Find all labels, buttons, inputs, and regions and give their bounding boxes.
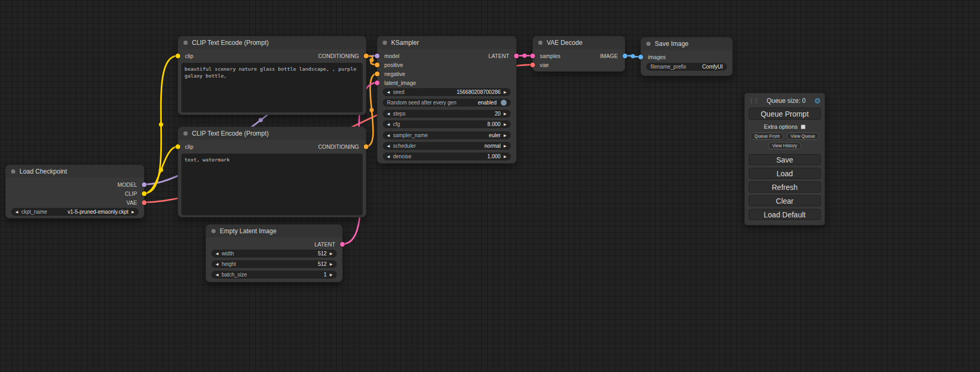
next-arrow-icon[interactable]: ▶	[330, 262, 333, 266]
image-output-port[interactable]	[623, 53, 627, 58]
widget-value: 156680208700286	[457, 89, 500, 95]
sampler-name-widget[interactable]: ◀ sampler_name euler ▶	[383, 131, 511, 139]
conditioning-output-port[interactable]	[364, 144, 368, 149]
view-history-button[interactable]: View History	[768, 142, 801, 149]
prev-arrow-icon[interactable]: ◀	[387, 144, 390, 148]
next-arrow-icon[interactable]: ▶	[504, 112, 507, 116]
next-arrow-icon[interactable]: ▶	[504, 90, 507, 94]
prev-arrow-icon[interactable]: ◀	[15, 210, 18, 214]
positive-prompt-textarea[interactable]: beautiful scenery nature glass bottle la…	[181, 63, 363, 112]
view-queue-button[interactable]: View Queue	[787, 132, 819, 140]
model-output-port[interactable]	[142, 182, 147, 187]
io-row: clip CONDITIONING	[178, 142, 366, 151]
input-label-images: images	[648, 54, 666, 60]
menu-drag-handle-icon[interactable]: ⋮⋮	[749, 98, 758, 104]
random-seed-toggle-widget[interactable]: Random seed after every gen enabled	[383, 99, 511, 107]
model-input-port[interactable]	[375, 53, 380, 58]
cfg-widget[interactable]: ◀ cfg 8.000 ▶	[383, 120, 511, 128]
widget-value: 1.000	[488, 154, 501, 159]
next-arrow-icon[interactable]: ▶	[132, 210, 134, 214]
node-title-bar[interactable]: Load Checkpoint	[6, 165, 144, 178]
toggle-knob-icon[interactable]	[501, 100, 507, 106]
images-input-port[interactable]	[638, 54, 643, 59]
next-arrow-icon[interactable]: ▶	[504, 133, 507, 137]
refresh-button[interactable]: Refresh	[749, 182, 821, 193]
node-save-image[interactable]: Save Image images filename_prefix ComfyU…	[641, 37, 733, 76]
prev-arrow-icon[interactable]: ◀	[216, 252, 218, 255]
prev-arrow-icon[interactable]: ◀	[387, 155, 390, 158]
latent-image-input-port[interactable]	[375, 80, 380, 85]
save-button[interactable]: Save	[749, 154, 821, 165]
prev-arrow-icon[interactable]: ◀	[387, 133, 390, 137]
queue-prompt-button[interactable]: Queue Prompt	[749, 108, 821, 120]
node-load-checkpoint[interactable]: Load Checkpoint MODEL CLIP VAE ◀ ckpt_na…	[5, 165, 144, 218]
conditioning-output-port[interactable]	[364, 53, 368, 58]
extra-options-label: Extra options	[764, 123, 798, 130]
clip-input-port[interactable]	[176, 144, 180, 149]
node-title-bar[interactable]: Save Image	[641, 37, 732, 50]
node-empty-latent-image[interactable]: Empty Latent Image LATENT ◀ width 512 ▶ …	[206, 224, 343, 282]
node-title-text: Empty Latent Image	[220, 227, 276, 235]
prev-arrow-icon[interactable]: ◀	[387, 122, 390, 126]
input-label-latent-image: latent_image	[384, 80, 416, 86]
denoise-widget[interactable]: ◀ denoise 1.000 ▶	[383, 152, 511, 160]
next-arrow-icon[interactable]: ▶	[504, 155, 507, 158]
output-label-image: IMAGE	[600, 53, 618, 59]
prev-arrow-icon[interactable]: ◀	[387, 112, 390, 116]
filename-prefix-widget[interactable]: filename_prefix ComfyUI	[646, 63, 727, 71]
node-ksampler[interactable]: KSampler model positive negative latent_…	[377, 36, 517, 164]
node-clip-text-encode-negative[interactable]: CLIP Text Encode (Prompt) clip CONDITION…	[178, 127, 366, 217]
widget-label: batch_size	[221, 272, 247, 278]
ckpt-name-widget[interactable]: ◀ ckpt_name v1-5-pruned-emaonly.ckpt ▶	[11, 208, 139, 216]
clear-button[interactable]: Clear	[749, 195, 821, 206]
batch-size-widget[interactable]: ◀ batch_size 1 ▶	[211, 271, 337, 279]
negative-prompt-textarea[interactable]: text, watermark	[181, 154, 363, 215]
width-widget[interactable]: ◀ width 512 ▶	[211, 250, 337, 257]
extra-options-checkbox[interactable]	[801, 125, 806, 129]
node-title-text: Save Image	[655, 40, 688, 47]
load-button[interactable]: Load	[749, 168, 821, 179]
prev-arrow-icon[interactable]: ◀	[387, 90, 390, 94]
settings-gear-icon[interactable]: ⚙	[814, 97, 821, 104]
input-label-samples: samples	[540, 53, 560, 59]
node-title-bar[interactable]: Empty Latent Image	[206, 225, 342, 237]
queue-menu-panel: ⋮⋮ Queue size: 0 ⚙ Queue Prompt Extra op…	[744, 93, 825, 225]
next-arrow-icon[interactable]: ▶	[330, 273, 333, 276]
prev-arrow-icon[interactable]: ◀	[216, 273, 218, 276]
prev-arrow-icon[interactable]: ◀	[216, 262, 218, 266]
widget-label: Random seed after every gen	[387, 100, 457, 106]
output-row-model: MODEL	[6, 180, 144, 189]
steps-widget[interactable]: ◀ steps 20 ▶	[383, 110, 511, 118]
node-vae-decode[interactable]: VAE Decode samples vae IMAGE	[532, 36, 625, 72]
load-default-button[interactable]: Load Default	[749, 209, 821, 220]
node-title-bar[interactable]: CLIP Text Encode (Prompt)	[178, 127, 366, 140]
graph-canvas[interactable]: Load Checkpoint MODEL CLIP VAE ◀ ckpt_na…	[0, 0, 980, 372]
height-widget[interactable]: ◀ height 512 ▶	[211, 260, 337, 268]
samples-input-port[interactable]	[530, 53, 535, 58]
link-midpoint-dot	[159, 122, 163, 127]
node-clip-text-encode-positive[interactable]: CLIP Text Encode (Prompt) clip CONDITION…	[178, 36, 366, 115]
widget-value: normal	[484, 143, 501, 149]
output-row-latent: LATENT	[206, 240, 342, 249]
output-label-conditioning: CONDITIONING	[318, 53, 359, 59]
queue-front-button[interactable]: Queue Front	[750, 132, 784, 140]
scheduler-widget[interactable]: ◀ scheduler normal ▶	[383, 142, 511, 150]
latent-output-port[interactable]	[514, 53, 519, 58]
next-arrow-icon[interactable]: ▶	[504, 144, 507, 148]
node-status-dot	[11, 169, 15, 174]
positive-input-port[interactable]	[375, 62, 380, 67]
negative-input-port[interactable]	[375, 71, 380, 76]
clip-input-port[interactable]	[176, 53, 180, 58]
next-arrow-icon[interactable]: ▶	[504, 122, 507, 126]
clip-output-port[interactable]	[142, 191, 147, 196]
vae-output-port[interactable]	[142, 200, 147, 205]
node-title-bar[interactable]: KSampler	[377, 36, 516, 49]
node-title-bar[interactable]: CLIP Text Encode (Prompt)	[178, 36, 366, 49]
widget-label: scheduler	[393, 143, 415, 149]
latent-output-port[interactable]	[340, 242, 345, 246]
node-title-bar[interactable]: VAE Decode	[533, 36, 625, 49]
vae-input-port[interactable]	[530, 62, 535, 67]
next-arrow-icon[interactable]: ▶	[330, 252, 333, 255]
widget-label: height	[221, 261, 236, 267]
seed-widget[interactable]: ◀ seed 156680208700286 ▶	[383, 88, 511, 96]
